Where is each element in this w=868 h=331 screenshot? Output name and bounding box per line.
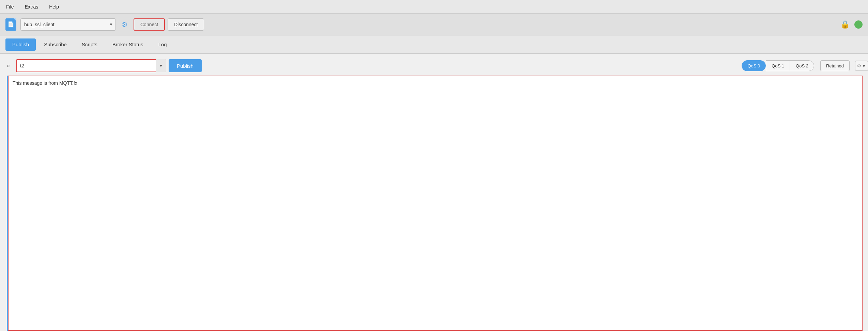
qos-0-button[interactable]: QoS 0 [742,60,766,71]
connection-status-indicator [854,20,863,29]
qos-1-button[interactable]: QoS 1 [766,60,790,71]
menu-bar: File Extras Help [0,0,868,14]
menu-extras[interactable]: Extras [23,3,41,11]
tab-publish[interactable]: Publish [5,38,36,51]
topic-row: » ▼ Publish QoS 0 QoS 1 QoS 2 Retained ⚙… [0,54,868,72]
gear-small-icon: ⚙ [857,63,861,68]
menu-help[interactable]: Help [47,3,61,11]
topic-input-wrap: ▼ [16,59,166,72]
publish-panel: » ▼ Publish QoS 0 QoS 1 QoS 2 Retained ⚙… [0,54,868,331]
disconnect-button[interactable]: Disconnect [168,18,204,31]
connect-button[interactable]: Connect [134,18,165,31]
tab-bar: Publish Subscribe Scripts Broker Status … [0,35,868,54]
message-textarea-wrap: This message is from MQTT.fx. [8,76,863,331]
topic-input[interactable] [16,59,166,72]
publish-button[interactable]: Publish [169,59,202,72]
connection-select[interactable]: hub_ssl_client [20,18,116,31]
tab-broker-status[interactable]: Broker Status [106,38,150,51]
chevron-small-icon: ▼ [862,63,866,68]
file-icon: 📄 [5,18,16,31]
expand-icon[interactable]: » [0,63,13,69]
tab-subscribe[interactable]: Subscribe [37,38,74,51]
retained-button[interactable]: Retained [820,60,850,71]
message-settings-button[interactable]: ⚙ ▼ [855,61,868,71]
settings-gear-button[interactable]: ⚙ [119,18,131,31]
qos-2-button[interactable]: QoS 2 [790,60,814,71]
menu-file[interactable]: File [4,3,16,11]
toolbar: 📄 hub_ssl_client ▼ ⚙ Connect Disconnect … [0,14,868,35]
qos-group: QoS 0 QoS 1 QoS 2 [742,60,814,71]
connection-selector-wrap: hub_ssl_client ▼ [20,18,116,31]
main-content: » ▼ Publish QoS 0 QoS 1 QoS 2 Retained ⚙… [0,54,868,331]
tab-log[interactable]: Log [152,38,174,51]
tab-scripts[interactable]: Scripts [75,38,104,51]
lock-icon: 🔒 [840,20,850,29]
message-input[interactable]: This message is from MQTT.fx. [9,76,862,330]
message-area-wrap: This message is from MQTT.fx. [0,76,863,331]
topic-dropdown-button[interactable]: ▼ [156,59,166,72]
